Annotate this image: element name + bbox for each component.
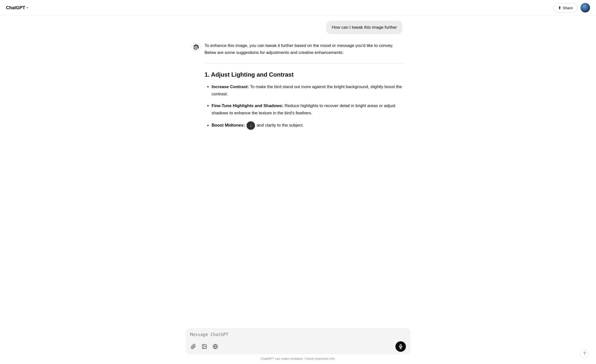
bullet-title-2: Fine-Tune Highlights and Shadows: bbox=[212, 103, 284, 108]
footer bbox=[0, 325, 596, 355]
header: ChatGPT ▾ ⬆ Share bbox=[0, 0, 596, 16]
user-message-container: How can I tweak this image further bbox=[192, 21, 404, 34]
list-item: Fine-Tune Highlights and Shadows: Reduce… bbox=[212, 102, 404, 117]
paperclip-icon bbox=[191, 344, 196, 349]
avatar[interactable] bbox=[581, 3, 590, 12]
disclaimer: ChatGPT can make mistakes. Check importa… bbox=[0, 354, 596, 364]
divider bbox=[205, 63, 404, 64]
disclaimer-text: ChatGPT can make mistakes. Check importa… bbox=[261, 357, 335, 361]
svg-rect-4 bbox=[400, 345, 401, 347]
message-input[interactable] bbox=[190, 332, 406, 338]
attach-button[interactable] bbox=[190, 343, 197, 350]
input-toolbar bbox=[190, 341, 406, 352]
avatar-image bbox=[581, 3, 590, 12]
scroll-down-button[interactable]: ↓ bbox=[247, 121, 255, 130]
chat-area: How can I tweak this image further To en… bbox=[186, 16, 410, 325]
image-button[interactable] bbox=[201, 343, 208, 350]
assistant-text: To enhance this image, you can tweak it … bbox=[205, 42, 404, 135]
mic-button[interactable] bbox=[395, 341, 406, 352]
header-right: ⬆ Share bbox=[553, 3, 590, 12]
section1-heading: 1. Adjust Lighting and Contrast bbox=[205, 71, 404, 78]
openai-logo-icon bbox=[193, 44, 199, 50]
bullet-list-section1: Increase Contrast: To make the bird stan… bbox=[205, 83, 404, 130]
help-button[interactable]: ? bbox=[580, 349, 589, 358]
bullet-body-3: and clarity to the subject. bbox=[257, 123, 304, 128]
user-message-bubble: How can I tweak this image further bbox=[326, 21, 402, 34]
bullet-title-3: Boost Midtones: bbox=[212, 123, 245, 128]
assistant-message: To enhance this image, you can tweak it … bbox=[192, 42, 404, 135]
main-content: How can I tweak this image further To en… bbox=[0, 16, 596, 325]
assistant-avatar bbox=[192, 43, 201, 52]
chevron-down-icon[interactable]: ▾ bbox=[27, 6, 28, 9]
globe-icon bbox=[213, 344, 218, 349]
globe-button[interactable] bbox=[212, 343, 219, 350]
image-icon bbox=[202, 344, 207, 349]
share-label: Share bbox=[563, 6, 573, 10]
list-item: Increase Contrast: To make the bird stan… bbox=[212, 83, 404, 98]
mic-icon bbox=[398, 344, 403, 349]
app-title: ChatGPT bbox=[6, 5, 25, 10]
bullet-title-1: Increase Contrast: bbox=[212, 84, 249, 89]
input-area bbox=[186, 328, 410, 355]
share-icon: ⬆ bbox=[558, 5, 561, 10]
assistant-intro: To enhance this image, you can tweak it … bbox=[205, 42, 404, 57]
header-left: ChatGPT ▾ bbox=[6, 5, 28, 10]
svg-point-1 bbox=[203, 345, 204, 346]
user-message-text: How can I tweak this image further bbox=[332, 25, 397, 30]
input-icons-left bbox=[190, 343, 219, 350]
share-button[interactable]: ⬆ Share bbox=[553, 3, 578, 12]
list-item: Boost Midtones: ↓ and clarity to the sub… bbox=[212, 121, 404, 130]
